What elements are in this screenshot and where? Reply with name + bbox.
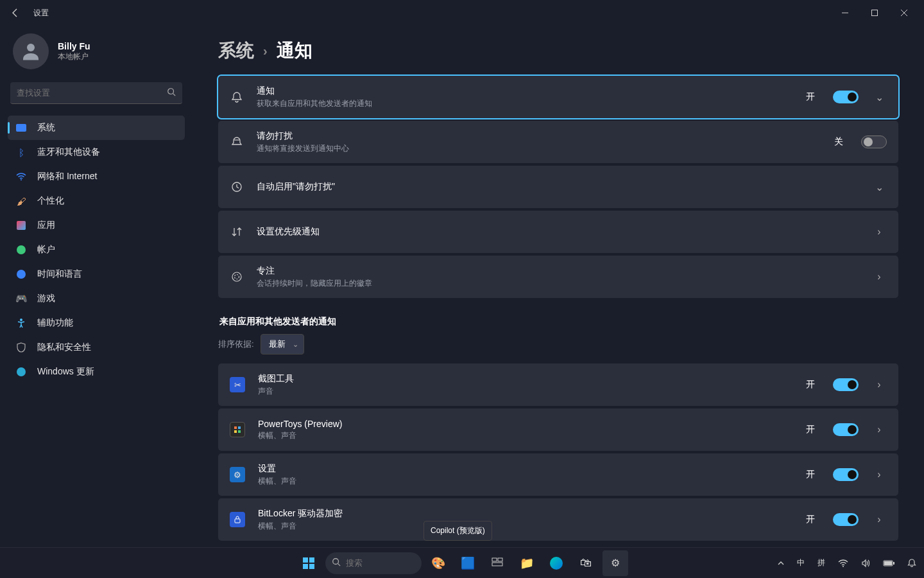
taskbar-app-1[interactable]: 🎨 bbox=[425, 550, 451, 576]
sidebar-item-label: 辅助功能 bbox=[37, 317, 73, 329]
sidebar-item-label: 时间和语言 bbox=[37, 268, 82, 280]
taskbar-store[interactable]: 🛍 bbox=[573, 550, 599, 576]
notifications-toggle[interactable] bbox=[833, 91, 859, 103]
profile[interactable]: Billy Fu 本地帐户 bbox=[8, 26, 185, 82]
breadcrumb: 系统 › 通知 bbox=[218, 39, 898, 63]
svg-point-5 bbox=[21, 179, 22, 180]
dnd-toggle[interactable] bbox=[861, 136, 887, 148]
svg-point-20 bbox=[333, 558, 339, 564]
powertoys-icon bbox=[230, 422, 245, 437]
taskbar-app-3[interactable] bbox=[484, 550, 510, 576]
minimize-icon bbox=[841, 9, 849, 17]
search-icon bbox=[167, 87, 176, 99]
card-notifications[interactable]: 通知 获取来自应用和其他发送者的通知 开 ⌄ bbox=[218, 76, 898, 118]
chevron-right-icon[interactable]: › bbox=[871, 271, 887, 283]
start-button[interactable] bbox=[296, 550, 321, 576]
toggle-state: 关 bbox=[834, 136, 843, 148]
maximize-button[interactable] bbox=[860, 3, 889, 23]
sidebar-item-personalize[interactable]: 🖌个性化 bbox=[8, 189, 185, 213]
chevron-right-icon[interactable]: › bbox=[871, 424, 887, 435]
svg-point-25 bbox=[843, 566, 844, 567]
taskbar-explorer[interactable]: 📁 bbox=[514, 550, 540, 576]
sort-select[interactable]: 最新 ⌄ bbox=[261, 334, 304, 355]
bell-icon bbox=[907, 559, 916, 568]
gear-icon: ⚙ bbox=[611, 557, 620, 569]
update-icon bbox=[17, 367, 26, 376]
chevron-down-icon[interactable]: ⌄ bbox=[871, 181, 887, 193]
tray-ime-mode[interactable]: 拼 bbox=[815, 550, 828, 576]
card-auto-dnd[interactable]: 自动启用"请勿打扰" ⌄ bbox=[218, 166, 898, 208]
store-icon: 🛍 bbox=[580, 556, 592, 570]
app-toggle[interactable] bbox=[833, 468, 859, 481]
sidebar-item-bluetooth[interactable]: ᛒ蓝牙和其他设备 bbox=[8, 140, 185, 164]
app-row-powertoys[interactable]: PowerToys (Preview) 横幅、声音 开 › bbox=[218, 408, 898, 451]
sidebar-item-apps[interactable]: 应用 bbox=[8, 213, 185, 238]
tray-notifications[interactable] bbox=[905, 550, 919, 576]
chevron-right-icon[interactable]: › bbox=[871, 514, 887, 525]
task-view-icon bbox=[492, 557, 503, 569]
app-toggle[interactable] bbox=[833, 423, 859, 436]
taskbar-app-2[interactable]: 🟦 bbox=[455, 550, 481, 576]
svg-line-4 bbox=[173, 93, 176, 96]
sort-label: 排序依据: bbox=[218, 338, 254, 350]
sidebar-item-accessibility[interactable]: 辅助功能 bbox=[8, 311, 185, 335]
svg-rect-19 bbox=[309, 564, 314, 569]
brush-icon: 🖌 bbox=[15, 195, 27, 207]
card-sub: 会话持续时间，隐藏应用上的徽章 bbox=[257, 278, 859, 289]
svg-point-9 bbox=[232, 272, 241, 281]
svg-rect-28 bbox=[884, 561, 892, 565]
tray-wifi[interactable] bbox=[835, 550, 851, 576]
chevron-down-icon[interactable]: ⌄ bbox=[871, 91, 887, 103]
card-dnd[interactable]: 请勿打扰 通知将直接发送到通知中心 关 bbox=[218, 121, 898, 163]
tray-battery[interactable] bbox=[880, 550, 897, 576]
svg-rect-18 bbox=[303, 564, 308, 569]
back-button[interactable] bbox=[5, 3, 26, 23]
close-button[interactable] bbox=[889, 3, 919, 23]
sidebar-item-gaming[interactable]: 🎮游戏 bbox=[8, 286, 185, 311]
app-row-bitlocker[interactable]: BitLocker 驱动器加密 横幅、声音 开 › bbox=[218, 498, 898, 541]
tray-overflow[interactable] bbox=[775, 550, 787, 576]
card-title: 设置优先级通知 bbox=[257, 226, 859, 238]
taskbar-edge[interactable] bbox=[543, 550, 569, 576]
sidebar-item-accounts[interactable]: 帐户 bbox=[8, 238, 185, 262]
sidebar-item-update[interactable]: Windows 更新 bbox=[8, 360, 185, 384]
sidebar-item-time[interactable]: 时间和语言 bbox=[8, 262, 185, 286]
taskbar-search-input[interactable] bbox=[346, 558, 413, 568]
app-row-settings[interactable]: ⚙ 设置 横幅、声音 开 › bbox=[218, 453, 898, 496]
sidebar-item-network[interactable]: 网络和 Internet bbox=[8, 164, 185, 189]
minimize-button[interactable] bbox=[830, 3, 860, 23]
app-sub: 声音 bbox=[258, 386, 793, 397]
breadcrumb-parent[interactable]: 系统 bbox=[218, 39, 254, 63]
card-focus[interactable]: 专注 会话持续时间，隐藏应用上的徽章 › bbox=[218, 256, 898, 298]
search-box[interactable] bbox=[10, 82, 182, 104]
search-input[interactable] bbox=[17, 88, 167, 98]
sidebar-item-system[interactable]: 系统 bbox=[8, 116, 185, 140]
taskbar-search[interactable] bbox=[325, 552, 422, 574]
taskbar-settings[interactable]: ⚙ bbox=[603, 550, 628, 576]
app-row-snipping[interactable]: ✂ 截图工具 声音 开 › bbox=[218, 363, 898, 406]
app-toggle[interactable] bbox=[833, 513, 859, 526]
toggle-state: 开 bbox=[806, 379, 815, 390]
sidebar-item-label: 系统 bbox=[37, 122, 55, 134]
sidebar-item-privacy[interactable]: 隐私和安全性 bbox=[8, 335, 185, 360]
tray-volume[interactable] bbox=[859, 550, 873, 576]
chevron-up-icon bbox=[778, 560, 784, 566]
tray-ime-lang[interactable]: 中 bbox=[794, 550, 807, 576]
card-sub: 获取来自应用和其他发送者的通知 bbox=[257, 98, 793, 109]
bitlocker-icon bbox=[230, 512, 245, 527]
chevron-right-icon[interactable]: › bbox=[871, 469, 887, 480]
apps-icon bbox=[17, 221, 26, 230]
app-title: 截图工具 bbox=[258, 373, 793, 385]
svg-rect-24 bbox=[492, 563, 502, 566]
maximize-icon bbox=[871, 9, 878, 17]
toggle-state: 开 bbox=[806, 469, 815, 480]
card-priority[interactable]: 设置优先级通知 › bbox=[218, 211, 898, 253]
paint-icon: 🎨 bbox=[431, 556, 445, 570]
app-title: PowerToys (Preview) bbox=[258, 419, 793, 429]
search-icon bbox=[332, 557, 341, 569]
app-toggle[interactable] bbox=[833, 378, 859, 391]
chevron-right-icon[interactable]: › bbox=[871, 226, 887, 238]
chevron-right-icon[interactable]: › bbox=[871, 379, 887, 390]
svg-line-21 bbox=[338, 563, 341, 566]
arrow-left-icon bbox=[10, 8, 21, 18]
